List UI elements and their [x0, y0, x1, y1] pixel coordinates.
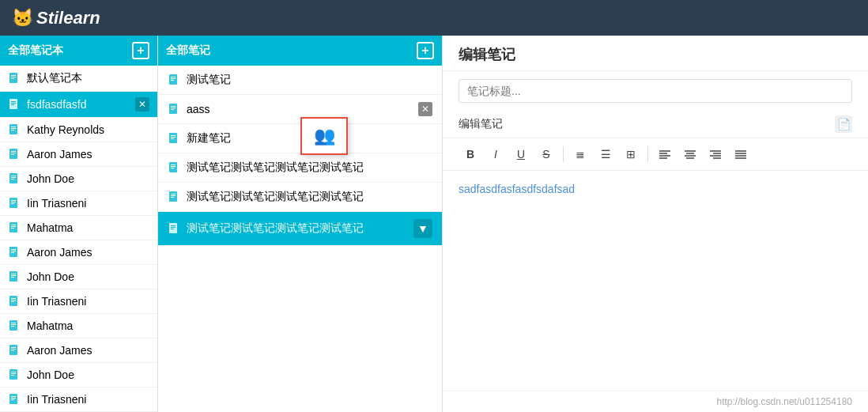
- svg-rect-63: [171, 109, 174, 110]
- editor-panel: 编辑笔记 编辑笔记 📄 BIUS≣☰⊞ sadfasdfasfasdfsdafs…: [443, 36, 868, 412]
- sidebar-item-mahatma2[interactable]: Mahatma: [0, 314, 157, 338]
- sidebar-item-label: Iin Triasneni: [27, 393, 149, 406]
- svg-rect-5: [11, 101, 16, 102]
- note-icon: [168, 191, 180, 203]
- svg-rect-46: [11, 349, 16, 350]
- svg-rect-34: [11, 275, 16, 276]
- notebook-icon: [8, 98, 21, 111]
- toolbar-btn-align-left[interactable]: [653, 143, 677, 165]
- toolbar-btn-italic[interactable]: I: [484, 143, 508, 165]
- svg-rect-18: [11, 177, 16, 178]
- toolbar-btn-list-ordered[interactable]: ≣: [568, 143, 592, 165]
- svg-rect-0: [9, 73, 17, 83]
- sidebar-item-fsdfasdfasfd[interactable]: fsdfasdfasfd ✕: [0, 92, 157, 118]
- editor-toolbar-label: 编辑笔记: [459, 117, 833, 131]
- svg-rect-49: [11, 372, 16, 372]
- svg-rect-75: [171, 197, 174, 198]
- sidebar-item-iin2[interactable]: Iin Triasneni: [0, 289, 157, 314]
- note-item-note1[interactable]: 测试笔记: [158, 66, 442, 95]
- sidebar-item-label: John Doe: [27, 172, 149, 185]
- note-item-wrapper-note5: 测试笔记测试笔记测试笔记测试笔记: [158, 183, 442, 212]
- toolbar-btn-underline[interactable]: U: [509, 143, 533, 165]
- sidebar-item-john1[interactable]: John Doe: [0, 167, 157, 191]
- svg-rect-1: [11, 75, 16, 76]
- svg-rect-68: [169, 162, 177, 172]
- svg-rect-40: [9, 320, 17, 331]
- svg-rect-30: [11, 251, 16, 251]
- sidebar-item-john3[interactable]: John Doe: [0, 363, 157, 387]
- notebook-icon: [8, 197, 21, 210]
- note-title-input[interactable]: [459, 79, 852, 103]
- toolbar-btn-strikethrough[interactable]: S: [534, 143, 558, 165]
- main-container: 全部笔记本 + 默认笔记本 fsdfasdfasfd ✕ Kathy Reyno…: [0, 36, 868, 412]
- svg-rect-54: [11, 398, 16, 399]
- doc-icon[interactable]: 📄: [835, 115, 852, 133]
- note-item-wrapper-note4: 测试笔记测试笔记测试笔记测试笔记: [158, 153, 442, 183]
- notebooks-title: 全部笔记本: [8, 43, 63, 58]
- svg-rect-12: [9, 149, 17, 159]
- svg-rect-61: [171, 106, 175, 107]
- sidebar-item-john2[interactable]: John Doe: [0, 265, 157, 289]
- sidebar-item-aaron2[interactable]: Aaron James: [0, 240, 157, 265]
- notebook-icon: [8, 221, 21, 234]
- note-item-note5[interactable]: 测试笔记测试笔记测试笔记测试笔记: [158, 183, 442, 212]
- sidebar-item-default[interactable]: 默认笔记本: [0, 66, 157, 92]
- notebook-icon: [8, 72, 21, 85]
- toolbar-btn-align-center[interactable]: [678, 143, 702, 165]
- toolbar-btn-list-unordered[interactable]: ☰: [594, 143, 617, 165]
- svg-rect-52: [9, 394, 17, 404]
- svg-rect-10: [11, 128, 16, 129]
- sidebar-item-label: Iin Triasneni: [27, 295, 149, 308]
- svg-rect-71: [171, 168, 174, 168]
- svg-rect-37: [11, 298, 16, 299]
- note-label: 测试笔记测试笔记测试笔记测试笔记: [187, 221, 413, 236]
- add-notebook-button[interactable]: +: [132, 42, 149, 59]
- svg-rect-16: [9, 173, 17, 183]
- toolbar-btn-align-right[interactable]: [704, 143, 727, 165]
- svg-rect-57: [171, 77, 175, 77]
- toolbar-btn-bold[interactable]: B: [459, 143, 482, 165]
- svg-rect-25: [11, 225, 16, 225]
- svg-rect-65: [171, 135, 175, 136]
- notes-list: 测试笔记 aass ✕ 👥 新建笔记 测试笔记测试笔记测试笔记测试笔记: [158, 66, 442, 246]
- sidebar-item-iin3[interactable]: Iin Triasneni: [0, 387, 157, 412]
- sidebar-item-kathy[interactable]: Kathy Reynolds: [0, 118, 157, 142]
- note-label: 测试笔记: [187, 73, 432, 87]
- svg-rect-11: [11, 130, 14, 130]
- delete-notebook-button[interactable]: ✕: [135, 97, 149, 112]
- note-item-wrapper-note6: 测试笔记测试笔记测试笔记测试笔记 ▼: [158, 212, 442, 246]
- svg-rect-55: [11, 399, 14, 400]
- svg-rect-51: [11, 375, 14, 376]
- share-popup[interactable]: 👥: [300, 117, 348, 155]
- svg-rect-78: [171, 227, 175, 228]
- toolbar-btn-align-justify[interactable]: [729, 143, 753, 165]
- svg-rect-35: [11, 277, 14, 278]
- svg-rect-8: [9, 124, 17, 134]
- notes-title: 全部笔记: [166, 43, 210, 58]
- delete-note-button[interactable]: ✕: [418, 102, 432, 116]
- note-item-note6[interactable]: 测试笔记测试笔记测试笔记测试笔记 ▼: [158, 212, 442, 246]
- svg-rect-33: [11, 274, 16, 274]
- logo-text: Stilеarn: [36, 8, 100, 28]
- sidebar-item-mahatma1[interactable]: Mahatma: [0, 216, 157, 240]
- svg-rect-64: [169, 133, 177, 143]
- sidebar-item-iin1[interactable]: Iin Triasneni: [0, 191, 157, 216]
- note-action-button[interactable]: ▼: [413, 219, 432, 238]
- sidebar-item-aaron3[interactable]: Aaron James: [0, 338, 157, 363]
- svg-rect-23: [11, 203, 14, 204]
- svg-rect-38: [11, 300, 16, 300]
- svg-rect-43: [11, 326, 14, 327]
- editor-content-area[interactable]: sadfasdfasfasdfsdafsad: [443, 171, 868, 391]
- sidebar-item-aaron1[interactable]: Aaron James: [0, 142, 157, 167]
- toolbar-btn-table[interactable]: ⊞: [619, 143, 643, 165]
- svg-rect-3: [11, 78, 14, 79]
- toolbar-divider: [563, 146, 564, 162]
- notebook-icon: [8, 123, 21, 136]
- svg-rect-56: [169, 74, 177, 85]
- svg-rect-48: [9, 369, 17, 380]
- svg-rect-32: [9, 271, 17, 282]
- svg-rect-72: [169, 191, 177, 202]
- svg-rect-27: [11, 228, 14, 229]
- add-note-button[interactable]: +: [417, 42, 434, 59]
- note-item-note4[interactable]: 测试笔记测试笔记测试笔记测试笔记: [158, 153, 442, 183]
